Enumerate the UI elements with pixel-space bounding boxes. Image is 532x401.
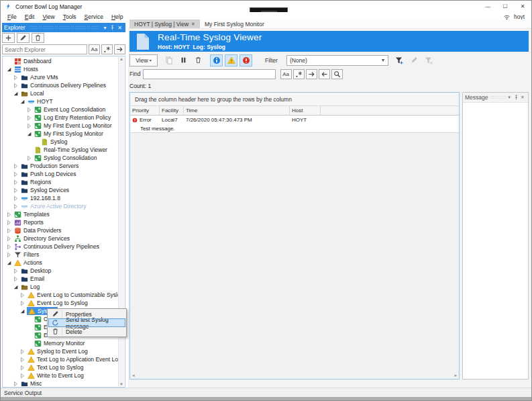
tree-item[interactable]: Data Providers xyxy=(3,226,118,234)
expand-arrow-icon[interactable] xyxy=(13,381,19,387)
tree-item[interactable]: Production Servers xyxy=(3,162,118,170)
tree-item[interactable]: Syslog to Event Log xyxy=(3,347,118,355)
tree-item[interactable]: My First Syslog Monitor xyxy=(3,130,118,138)
expand-arrow-icon[interactable] xyxy=(6,220,12,226)
grid-hscrollbar[interactable]: ◂▸ xyxy=(130,371,459,379)
find-next-button[interactable] xyxy=(114,44,125,54)
delete-button[interactable] xyxy=(32,33,44,43)
expand-arrow-icon[interactable] xyxy=(13,204,19,210)
tree-item[interactable]: Event Log Consolidation xyxy=(3,105,118,114)
expand-arrow-icon[interactable] xyxy=(6,244,12,250)
expand-arrow-icon[interactable] xyxy=(6,252,12,258)
add-filter-button[interactable] xyxy=(393,54,406,66)
match-case-button[interactable]: Aa xyxy=(280,69,292,79)
pin-icon[interactable] xyxy=(513,94,519,101)
tree-item[interactable]: Desktop xyxy=(3,267,118,275)
find-input[interactable] xyxy=(143,69,276,79)
group-by-bar[interactable]: Drag the column header here to group the… xyxy=(130,93,459,106)
tree-item[interactable]: Syslog Consolidation xyxy=(3,154,118,162)
panel-menu-icon[interactable]: ▾ xyxy=(506,94,513,101)
tree-item[interactable]: My First Event Log Monitor xyxy=(3,122,118,130)
show-warning-toggle[interactable] xyxy=(225,54,237,66)
add-button[interactable] xyxy=(2,33,15,43)
tree-item[interactable]: Templates xyxy=(3,210,118,218)
column-header-priority[interactable]: Priority xyxy=(130,106,160,115)
tree-item[interactable]: Continuous Delivery Pipelines xyxy=(3,242,118,251)
expand-arrow-icon[interactable] xyxy=(19,365,25,371)
collapse-arrow-icon[interactable] xyxy=(13,91,19,97)
minimize-button[interactable]: — xyxy=(479,1,496,12)
collapse-arrow-icon[interactable] xyxy=(6,260,12,266)
tree-item[interactable]: Text Log to Syslog xyxy=(3,363,118,371)
collapse-arrow-icon[interactable] xyxy=(13,284,19,290)
tab-0[interactable]: HOYT | Syslog | View✕ xyxy=(129,19,200,28)
expand-arrow-icon[interactable] xyxy=(19,373,25,379)
maximize-button[interactable]: ☐ xyxy=(496,1,514,12)
tree-item[interactable]: Reports xyxy=(3,218,118,226)
remove-filter-button[interactable] xyxy=(423,54,435,66)
tab-1[interactable]: My First Syslog Monitor xyxy=(200,19,269,28)
expand-arrow-icon[interactable] xyxy=(19,357,25,363)
tree-item[interactable]: Text Log to Application Event Log xyxy=(3,355,118,363)
expand-arrow-icon[interactable] xyxy=(26,123,32,129)
column-header-host[interactable]: Host xyxy=(290,106,321,115)
tree-item[interactable]: Misc xyxy=(3,380,118,386)
expand-arrow-icon[interactable] xyxy=(13,187,19,193)
collapse-arrow-icon[interactable] xyxy=(19,99,25,105)
tree-item[interactable]: Regions xyxy=(3,178,118,186)
collapse-arrow-icon[interactable] xyxy=(6,66,12,73)
search-input[interactable] xyxy=(2,44,87,54)
edit-filter-button[interactable] xyxy=(408,54,421,66)
expand-arrow-icon[interactable] xyxy=(13,83,19,89)
tree-item[interactable]: Dashboard xyxy=(3,57,118,65)
tree-item[interactable]: Filters xyxy=(3,251,118,259)
tree-item[interactable]: Write to Event Log xyxy=(3,371,118,380)
column-header-time[interactable]: Time xyxy=(184,106,290,115)
expand-arrow-icon[interactable] xyxy=(13,163,19,169)
tree-item[interactable]: 192.168.1.8 xyxy=(3,194,118,202)
tree-item[interactable]: Actions xyxy=(3,259,118,267)
expand-arrow-icon[interactable] xyxy=(13,195,19,202)
column-header-facility[interactable]: Facility xyxy=(160,106,184,115)
tree-item[interactable]: Syslog xyxy=(3,138,118,146)
collapse-arrow-icon[interactable] xyxy=(26,131,32,137)
expand-arrow-icon[interactable] xyxy=(13,268,19,274)
tree-item[interactable]: Log xyxy=(3,283,118,291)
expand-arrow-icon[interactable] xyxy=(13,75,19,81)
expand-arrow-icon[interactable] xyxy=(6,228,12,234)
expand-arrow-icon[interactable] xyxy=(13,171,19,177)
tree-item[interactable]: Hosts xyxy=(3,65,118,73)
find-prev-button[interactable] xyxy=(319,69,330,79)
expand-arrow-icon[interactable] xyxy=(6,212,12,218)
expand-arrow-icon[interactable] xyxy=(6,236,12,242)
expand-arrow-icon[interactable] xyxy=(26,115,32,121)
search-button[interactable] xyxy=(331,69,343,79)
tree-item[interactable]: Azure VMs xyxy=(3,73,118,81)
context-menu-item[interactable]: Send test Syslog message xyxy=(48,318,125,327)
match-case-button[interactable]: Aa xyxy=(89,44,100,54)
context-menu-item[interactable]: Delete xyxy=(48,327,125,336)
filter-combobox[interactable]: (None)▼ xyxy=(286,55,388,66)
tab-close-icon[interactable]: ✕ xyxy=(191,21,195,27)
pause-button[interactable] xyxy=(177,54,190,66)
tree-item[interactable]: Local xyxy=(3,89,118,97)
show-info-toggle[interactable] xyxy=(210,54,223,66)
tree-item[interactable]: Log Entry Retention Policy xyxy=(3,114,118,122)
expand-arrow-icon[interactable] xyxy=(19,349,25,355)
copy-button[interactable] xyxy=(162,54,175,66)
log-row-message[interactable]: Test message. xyxy=(130,124,459,133)
tree-item[interactable]: Continuous Delivery Pipelines xyxy=(3,81,118,89)
close-panel-icon[interactable]: ✕ xyxy=(116,24,123,32)
expand-arrow-icon[interactable] xyxy=(26,155,32,161)
pin-icon[interactable] xyxy=(109,24,116,32)
tree-item[interactable]: Event Log to Syslog xyxy=(3,299,118,307)
show-error-toggle[interactable] xyxy=(240,54,252,66)
collapse-arrow-icon[interactable] xyxy=(19,308,25,314)
panel-menu-icon[interactable]: ▾ xyxy=(101,24,109,32)
tree-item[interactable]: Directory Services xyxy=(3,234,118,242)
tree-item[interactable]: Event Log to Customizable Syslog xyxy=(3,291,118,299)
expand-arrow-icon[interactable] xyxy=(19,300,25,306)
close-button[interactable]: ✕ xyxy=(514,1,531,12)
view-dropdown-button[interactable]: View▾ xyxy=(129,54,158,66)
tree-item[interactable]: Email xyxy=(3,275,118,283)
